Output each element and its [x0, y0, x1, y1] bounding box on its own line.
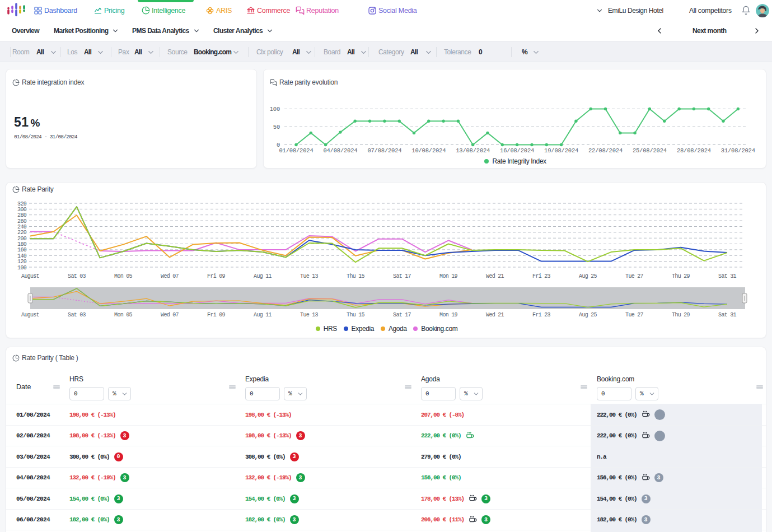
svg-text:25/08/2024: 25/08/2024 [633, 147, 667, 154]
svg-text:220: 220 [17, 230, 27, 236]
svg-text:180: 180 [17, 241, 27, 248]
svg-text:August: August [21, 273, 39, 279]
svg-text:Fri 09: Fri 09 [207, 312, 226, 318]
svg-text:320: 320 [17, 201, 27, 207]
svg-text:Mon 05: Mon 05 [114, 312, 133, 318]
svg-text:Fri 09: Fri 09 [207, 273, 226, 279]
svg-text:50: 50 [273, 124, 280, 130]
svg-text:13/08/2024: 13/08/2024 [456, 147, 490, 154]
svg-text:Aug 25: Aug 25 [579, 273, 597, 279]
svg-text:Fri 23: Fri 23 [532, 273, 551, 279]
svg-text:04/08/2024: 04/08/2024 [323, 147, 357, 154]
svg-text:Tue 27: Tue 27 [625, 273, 644, 279]
svg-text:Mon 19: Mon 19 [439, 312, 458, 318]
svg-text:Wed 07: Wed 07 [161, 273, 179, 279]
svg-text:Thu 29: Thu 29 [672, 312, 690, 318]
svg-text:August: August [21, 312, 39, 318]
svg-text:Sat 17: Sat 17 [393, 273, 411, 279]
svg-text:Tue 13: Tue 13 [300, 312, 319, 318]
svg-text:22/08/2024: 22/08/2024 [588, 147, 623, 154]
svg-text:Aug 11: Aug 11 [254, 273, 272, 279]
svg-text:Sat 17: Sat 17 [393, 312, 411, 318]
svg-text:Fri 23: Fri 23 [532, 312, 551, 318]
svg-text:Sat 03: Sat 03 [68, 273, 86, 279]
svg-text:19/08/2024: 19/08/2024 [544, 147, 578, 154]
svg-text:100: 100 [270, 106, 280, 113]
svg-text:Wed 07: Wed 07 [161, 312, 179, 318]
svg-text:Sat 31: Sat 31 [718, 273, 737, 279]
svg-text:120: 120 [17, 259, 27, 265]
svg-text:28/08/2024: 28/08/2024 [677, 147, 711, 154]
svg-text:Tue 13: Tue 13 [300, 273, 319, 279]
svg-text:Tue 27: Tue 27 [625, 312, 644, 318]
svg-text:280: 280 [17, 212, 27, 218]
svg-text:Aug 25: Aug 25 [579, 312, 597, 318]
svg-text:10/08/2024: 10/08/2024 [411, 147, 446, 154]
svg-text:Thu 29: Thu 29 [672, 273, 690, 279]
svg-text:Sat 31: Sat 31 [718, 312, 737, 318]
svg-text:100: 100 [17, 265, 27, 271]
svg-text:Thu 15: Thu 15 [347, 273, 365, 279]
svg-text:16/08/2024: 16/08/2024 [500, 147, 534, 154]
svg-text:07/08/2024: 07/08/2024 [367, 147, 401, 154]
svg-text:01/08/2024: 01/08/2024 [279, 147, 313, 154]
svg-text:Wed 21: Wed 21 [486, 312, 504, 318]
svg-text:Wed 21: Wed 21 [486, 273, 504, 279]
svg-text:Mon 19: Mon 19 [439, 273, 458, 279]
svg-text:31/08/2024: 31/08/2024 [721, 147, 755, 154]
svg-text:Aug 11: Aug 11 [254, 312, 272, 318]
svg-text:Mon 05: Mon 05 [114, 273, 133, 279]
svg-text:160: 160 [17, 247, 27, 253]
svg-text:260: 260 [17, 218, 27, 225]
svg-text:Thu 15: Thu 15 [347, 312, 365, 318]
svg-text:Sat 03: Sat 03 [68, 312, 86, 318]
